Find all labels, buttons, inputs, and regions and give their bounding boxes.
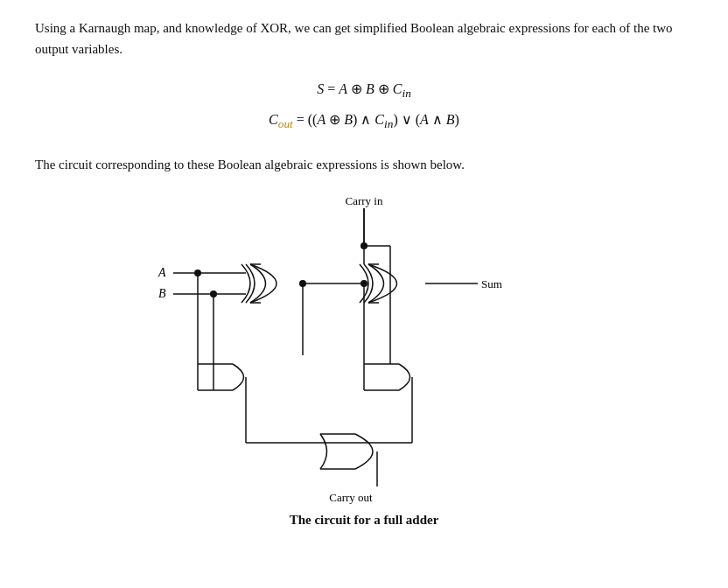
circuit-diagram: Carry in A B [35, 189, 693, 504]
equation-Cout: Cout = ((A ⊕ B) ∧ Cin) ∨ (A ∧ B) [35, 106, 693, 136]
circuit-svg: Carry in A B [110, 189, 618, 504]
carry-in-label: Carry in [346, 194, 383, 207]
carry-out-label: Carry out [329, 491, 373, 504]
equations-block: S = A ⊕ B ⊕ Cin Cout = ((A ⊕ B) ∧ Cin) ∨… [35, 75, 693, 136]
circuit-description: The circuit corresponding to these Boole… [35, 154, 693, 175]
label-A: A [158, 266, 166, 279]
sum-label: Sum [481, 277, 502, 290]
figure-caption: The circuit for a full adder [35, 513, 693, 528]
intro-text: Using a Karnaugh map, and knowledge of X… [35, 18, 693, 60]
equation-S: S = A ⊕ B ⊕ Cin [35, 75, 693, 106]
label-B: B [158, 287, 166, 300]
